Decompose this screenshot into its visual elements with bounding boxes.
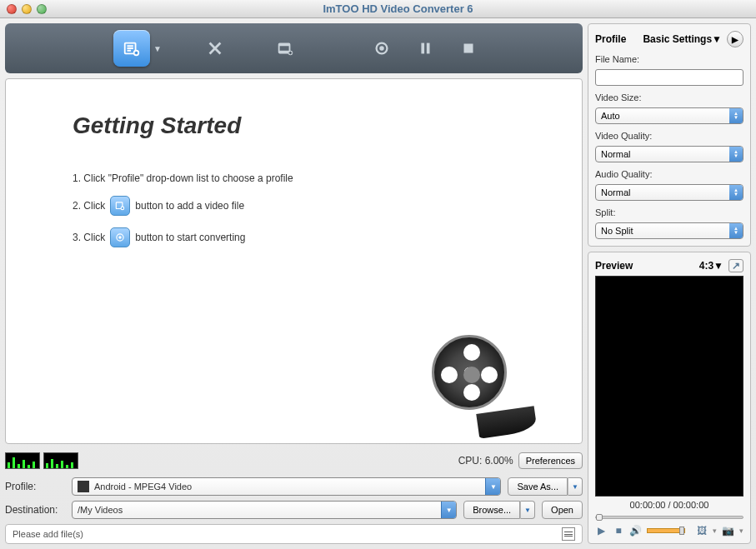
add-file-button[interactable] xyxy=(113,30,150,67)
gs-step-2: 2. Click button to add a video file xyxy=(73,196,515,216)
open-button[interactable]: Open xyxy=(542,501,583,519)
preferences-button[interactable]: Preferences xyxy=(518,452,583,469)
gs-step-3-prefix: 3. Click xyxy=(73,232,105,243)
gs-step-2-prefix: 2. Click xyxy=(73,200,105,212)
preview-seek-bar[interactable] xyxy=(595,513,743,522)
gs-step-3-suffix: button to start converting xyxy=(135,232,245,243)
chevron-down-icon: ▼ xyxy=(441,502,456,518)
split-select[interactable]: No Split ▲▼ xyxy=(595,222,743,239)
popout-icon[interactable]: ↗ xyxy=(728,259,743,272)
film-reel-decoration xyxy=(432,335,523,427)
titlebar: ImTOO HD Video Converter 6 xyxy=(0,0,756,18)
pause-button[interactable] xyxy=(407,30,443,67)
window-minimize-button[interactable] xyxy=(22,4,32,14)
aspect-ratio-toggle[interactable]: 4:3▼ xyxy=(699,260,723,272)
add-file-dropdown[interactable]: ▼ xyxy=(153,44,163,53)
destination-combo-value: /My Videos xyxy=(78,505,123,515)
pause-icon xyxy=(416,39,434,57)
updown-icon: ▲▼ xyxy=(729,223,743,238)
svg-rect-3 xyxy=(279,44,290,47)
status-text: Please add file(s) xyxy=(13,529,83,539)
stop-icon xyxy=(459,39,478,57)
window-zoom-button[interactable] xyxy=(37,4,47,14)
preview-time: 00:00:00 / 00:00:00 xyxy=(595,500,743,510)
svg-rect-8 xyxy=(421,43,424,54)
add-file-inline-icon xyxy=(110,196,130,216)
cpu-usage-label: CPU: 6.00% xyxy=(458,455,513,467)
destination-combo[interactable]: /My Videos ▼ xyxy=(72,501,457,519)
status-bar: Please add file(s) xyxy=(5,524,583,544)
updown-icon: ▲▼ xyxy=(729,185,743,200)
svg-rect-10 xyxy=(464,44,473,53)
clip-button[interactable] xyxy=(267,30,303,67)
getting-started-title: Getting Started xyxy=(73,112,515,139)
volume-slider[interactable] xyxy=(647,528,685,533)
save-as-button[interactable]: Save As... xyxy=(508,477,568,496)
destination-label: Destination: xyxy=(5,504,65,516)
profile-panel-title: Profile xyxy=(595,33,626,45)
svg-point-7 xyxy=(379,46,384,51)
save-as-dropdown[interactable]: ▼ xyxy=(568,477,583,496)
main-toolbar: ▼ xyxy=(5,23,583,73)
file-name-input[interactable] xyxy=(595,69,743,86)
browse-button[interactable]: Browse... xyxy=(463,501,520,519)
video-size-select[interactable]: Auto ▲▼ xyxy=(595,107,743,124)
stop-preview-button[interactable]: ■ xyxy=(613,525,625,537)
play-button[interactable]: ▶ xyxy=(595,525,608,537)
gs-step-1-text: 1. Click "Profile" drop-down list to cho… xyxy=(73,172,293,184)
stop-button[interactable] xyxy=(450,30,487,67)
svg-rect-9 xyxy=(427,43,430,54)
file-name-label: File Name: xyxy=(595,54,743,64)
split-value: No Split xyxy=(601,226,633,236)
profile-settings-panel: Profile Basic Settings▼ ▶ File Name: Vid… xyxy=(588,23,751,247)
browse-dropdown[interactable]: ▼ xyxy=(520,501,535,519)
android-icon xyxy=(78,481,89,492)
window-title: ImTOO HD Video Converter 6 xyxy=(47,2,749,15)
getting-started-panel: Getting Started 1. Click "Profile" drop-… xyxy=(5,78,583,444)
preview-screen xyxy=(595,276,743,497)
preview-panel: Preview 4:3▼ ↗ 00:00:00 / 00:00:00 ▶ ■ 🔊… xyxy=(588,252,751,544)
volume-icon[interactable]: 🔊 xyxy=(629,525,642,537)
gs-step-2-suffix: button to add a video file xyxy=(135,200,244,212)
svg-point-14 xyxy=(119,236,123,239)
video-quality-label: Video Quality: xyxy=(595,131,743,141)
audio-quality-select[interactable]: Normal ▲▼ xyxy=(595,184,743,201)
add-file-icon xyxy=(123,39,141,57)
remove-button[interactable] xyxy=(197,30,233,67)
profile-combo[interactable]: Android - MPEG4 Video ▼ xyxy=(72,477,501,496)
chevron-down-icon: ▼ xyxy=(485,478,500,495)
profile-label: Profile: xyxy=(5,481,65,492)
preview-title: Preview xyxy=(595,260,633,272)
split-label: Split: xyxy=(595,207,743,217)
snapshot-button[interactable]: 📷 xyxy=(722,525,734,537)
window-close-button[interactable] xyxy=(7,4,17,14)
gs-step-1: 1. Click "Profile" drop-down list to cho… xyxy=(73,172,515,184)
audio-quality-value: Normal xyxy=(601,187,630,197)
video-quality-select[interactable]: Normal ▲▼ xyxy=(595,146,743,162)
expand-right-button[interactable]: ▶ xyxy=(727,31,743,47)
list-view-icon[interactable] xyxy=(562,527,575,541)
convert-inline-icon xyxy=(110,227,130,247)
video-quality-value: Normal xyxy=(601,149,630,159)
snapshot-folder-button[interactable]: 🖼 xyxy=(695,525,708,537)
updown-icon: ▲▼ xyxy=(729,147,743,162)
clip-icon xyxy=(276,39,294,57)
svg-rect-4 xyxy=(279,51,290,53)
remove-icon xyxy=(206,39,224,57)
audio-quality-label: Audio Quality: xyxy=(595,169,743,179)
record-button[interactable] xyxy=(363,30,400,67)
record-icon xyxy=(373,39,391,57)
basic-settings-toggle[interactable]: Basic Settings▼ xyxy=(643,33,722,45)
updown-icon: ▲▼ xyxy=(729,108,743,123)
profile-combo-value: Android - MPEG4 Video xyxy=(94,482,192,492)
cpu-meter xyxy=(5,452,78,469)
gs-step-3: 3. Click button to start converting xyxy=(73,227,515,247)
video-size-label: Video Size: xyxy=(595,92,743,102)
video-size-value: Auto xyxy=(601,111,620,121)
